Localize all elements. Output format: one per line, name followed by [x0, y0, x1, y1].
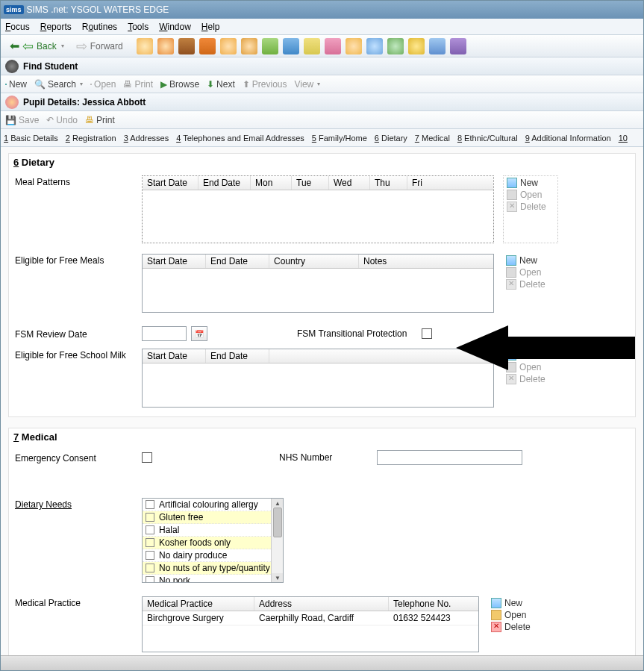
find-browse-button[interactable]: ▶Browse: [160, 79, 199, 90]
checkbox[interactable]: [146, 538, 154, 547]
open-icon: [507, 190, 517, 200]
back-button[interactable]: ⬅ ⇦ Back ▾: [5, 37, 69, 56]
toolbar-icon-5[interactable]: [220, 38, 237, 54]
find-print-button: 🖶Print: [123, 79, 153, 90]
new-icon: [491, 598, 501, 608]
fsm-trans-checkbox[interactable]: [422, 328, 432, 339]
back-label: Back: [37, 41, 57, 52]
tab-addresses[interactable]: 3 Addresses: [124, 134, 169, 143]
col-end-date: End Date: [206, 255, 269, 268]
sm-new-button[interactable]: New: [506, 350, 555, 361]
mp-open-button[interactable]: Open: [491, 610, 540, 620]
menu-routines[interactable]: Routines: [82, 22, 117, 32]
nhs-number-input[interactable]: [377, 450, 522, 465]
medical-heading: 7 Medical: [9, 428, 635, 449]
new-icon: [506, 350, 516, 361]
search-icon: 🔍: [34, 79, 46, 90]
save-button: 💾Save: [5, 115, 39, 125]
tab-basic-details[interactable]: 1 Basic Details: [4, 134, 58, 143]
find-student-title: Find Student: [23, 61, 78, 72]
calendar-button[interactable]: 📅: [191, 326, 207, 341]
checkbox[interactable]: [146, 551, 154, 560]
toolbar-icon-12[interactable]: [366, 38, 383, 54]
checkbox[interactable]: [146, 576, 154, 583]
open-icon: [506, 362, 516, 372]
toolbar-icon-13[interactable]: [387, 38, 404, 54]
find-open-button: Open: [90, 79, 116, 90]
dietary-needs-label[interactable]: Dietary Needs: [15, 498, 142, 510]
previous-icon: ⬆: [243, 79, 250, 90]
menu-window[interactable]: Window: [159, 22, 191, 32]
menu-help[interactable]: Help: [201, 22, 220, 32]
delete-icon: [506, 374, 516, 384]
toolbar-icon-8[interactable]: [283, 38, 299, 54]
toolbar-icon-7[interactable]: [262, 38, 278, 54]
find-search-button[interactable]: 🔍Search▾: [34, 79, 83, 90]
print-icon: 🖶: [85, 115, 94, 125]
tab-family[interactable]: 5 Family/Home: [312, 134, 367, 143]
list-item: Artificial colouring allergy: [143, 499, 283, 511]
toolbar-icon-3[interactable]: [178, 38, 195, 54]
fm-new-button[interactable]: New: [506, 255, 555, 266]
tab-10[interactable]: 10: [619, 134, 628, 143]
col-wed: Wed: [329, 176, 370, 190]
toolbar-icon-6[interactable]: [241, 38, 257, 54]
toolbar-icon-10[interactable]: [325, 38, 341, 54]
toolbar-icon-15[interactable]: [429, 38, 446, 54]
dropdown-icon: ▾: [80, 81, 83, 87]
checkbox[interactable]: [146, 564, 154, 572]
menu-focus[interactable]: Focus: [5, 22, 30, 32]
free-meals-grid[interactable]: Start Date End Date Country Notes: [142, 254, 494, 313]
toolbar-icon-14[interactable]: [408, 38, 425, 54]
medical-practice-actions: New Open Delete: [488, 596, 543, 652]
checkbox[interactable]: [146, 500, 154, 509]
scroll-up-icon[interactable]: ▲: [272, 499, 284, 508]
find-new-button[interactable]: New: [5, 79, 27, 90]
mp-delete-button[interactable]: Delete: [491, 622, 540, 632]
toolbar-icon-9[interactable]: [304, 38, 320, 54]
content-area: 6 Dietary Meal Patterns Start Date End D…: [1, 147, 643, 655]
back-dropdown-icon[interactable]: ▾: [61, 43, 64, 49]
mp-new-button[interactable]: New: [491, 598, 540, 608]
menu-tools[interactable]: Tools: [128, 22, 149, 32]
back-arrow-icon: ⬅: [10, 39, 19, 53]
medical-practice-grid[interactable]: Medical Practice Address Telephone No. B…: [142, 596, 479, 652]
toolbar-icon-16[interactable]: [450, 38, 466, 54]
fsm-review-input[interactable]: [142, 326, 187, 341]
meal-patterns-grid[interactable]: Start Date End Date Mon Tue Wed Thu Fri: [142, 175, 494, 243]
toolbar-icon-4[interactable]: [199, 38, 216, 54]
tab-medical[interactable]: 7 Medical: [415, 134, 450, 143]
menu-reports[interactable]: Reports: [40, 22, 72, 32]
col-practice: Medical Practice: [143, 597, 254, 611]
list-item: No dairy produce: [143, 549, 283, 562]
tab-additional[interactable]: 9 Additional Information: [525, 134, 611, 143]
toolbar-icon-1[interactable]: [137, 38, 153, 54]
fsm-trans-label: FSM Transitional Protection: [297, 328, 407, 339]
tab-ethnic[interactable]: 8 Ethnic/Cultural: [457, 134, 518, 143]
school-milk-grid[interactable]: Start Date End Date: [142, 349, 494, 408]
table-row[interactable]: Birchgrove Surgery Caerphilly Road, Card…: [143, 611, 478, 625]
tab-telephones[interactable]: 4 Telephones and Email Addresses: [176, 134, 304, 143]
tab-dietary[interactable]: 6 Dietary: [375, 134, 407, 143]
checkbox[interactable]: [146, 525, 154, 534]
list-item: No nuts of any type/quantity: [143, 562, 283, 575]
print-button[interactable]: 🖶Print: [85, 115, 115, 125]
save-icon: 💾: [5, 115, 16, 125]
pupil-details-header: Pupil Details: Jessica Abbott: [1, 93, 643, 111]
scroll-thumb[interactable]: [273, 508, 282, 537]
details-toolbar: 💾Save ↶Undo 🖶Print: [1, 111, 643, 129]
emergency-consent-checkbox[interactable]: [142, 452, 152, 463]
checkbox[interactable]: [146, 513, 154, 522]
toolbar-icon-2[interactable]: [157, 38, 174, 54]
dietary-needs-listbox[interactable]: Artificial colouring allergy Gluten free…: [142, 498, 284, 583]
binoculars-icon: [5, 60, 19, 73]
toolbar-icon-11[interactable]: [346, 38, 362, 54]
dropdown-icon: ▾: [317, 81, 320, 87]
scrollbar[interactable]: ▲ ▼: [271, 499, 283, 582]
window-title: SIMS .net: YSGOL WATERS EDGE: [27, 4, 169, 15]
find-next-button[interactable]: ⬇Next: [207, 79, 235, 90]
mp-new-button[interactable]: New: [507, 178, 554, 188]
scroll-down-icon[interactable]: ▼: [272, 573, 284, 582]
tab-registration[interactable]: 2 Registration: [66, 134, 116, 143]
next-icon: ⬇: [207, 79, 214, 90]
